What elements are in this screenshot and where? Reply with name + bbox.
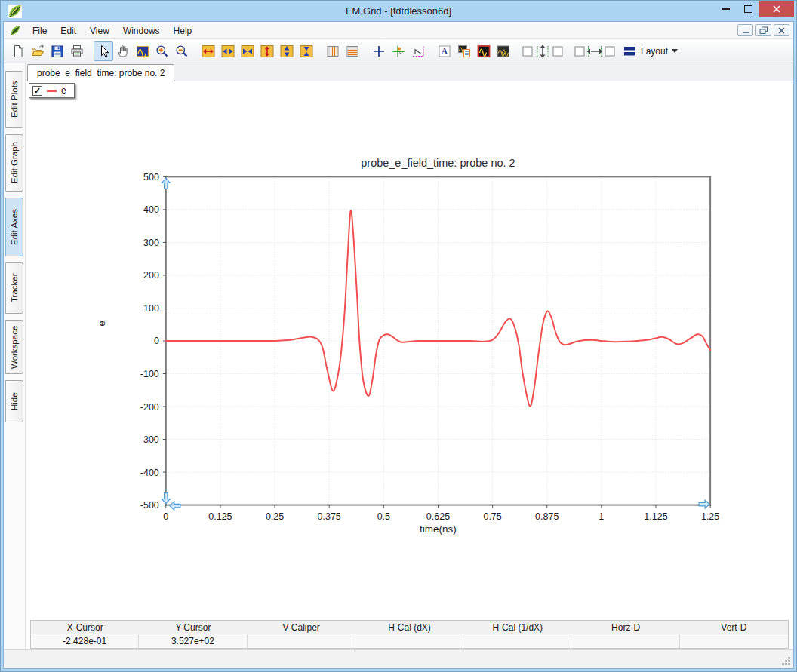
- zoom-in-icon: [155, 44, 170, 59]
- zoom-in-button[interactable]: [152, 41, 172, 61]
- x-axis-right-handle[interactable]: [699, 500, 709, 508]
- sidebar-tab-edit-plots[interactable]: Edit Plots: [5, 71, 23, 128]
- shrink-x-button[interactable]: [238, 41, 257, 61]
- menu-edit[interactable]: Edit: [54, 23, 83, 38]
- mdi-minimize-icon: [741, 26, 750, 34]
- close-button[interactable]: [759, 1, 794, 17]
- maximize-button[interactable]: [737, 1, 759, 17]
- app-frame: FileEditViewWindowsHelp ALayout Edit Plo: [3, 21, 794, 669]
- mdi-window-controls: [737, 24, 793, 36]
- sidebar-tab-hide[interactable]: Hide: [5, 380, 23, 422]
- x-tick-label: 0.75: [483, 511, 501, 522]
- tile-vertical-button[interactable]: [520, 41, 565, 61]
- tracker-cursor-button[interactable]: [389, 41, 408, 61]
- crosshair-cursor-button[interactable]: [369, 41, 389, 61]
- full-scale-x-button[interactable]: [198, 41, 218, 61]
- edit-plot-window-icon: [476, 44, 491, 59]
- sidebar-tabs: Edit PlotsEdit GraphEdit AxesTrackerWork…: [4, 63, 26, 649]
- status-value-x-cursor: -2.428e-01: [31, 634, 139, 648]
- pointer-select-button[interactable]: [94, 41, 113, 61]
- legend-checkbox[interactable]: ✓: [32, 86, 42, 96]
- status-value-y-cursor: 3.527e+02: [139, 634, 247, 648]
- y-tick-label: -300: [140, 434, 159, 445]
- menu-bar: FileEditViewWindowsHelp: [4, 22, 793, 39]
- shrink-x-icon: [240, 44, 255, 59]
- mdi-minimize-button[interactable]: [737, 24, 753, 36]
- tile-horizontal-button[interactable]: [572, 41, 617, 61]
- x-tick-label: 0: [163, 511, 168, 522]
- sidebar-tab-tracker[interactable]: Tracker: [5, 262, 23, 314]
- slope-caliper-button[interactable]: [408, 41, 428, 61]
- chart[interactable]: 00.1250.250.3750.50.6250.750.87511.1251.…: [26, 81, 793, 620]
- expand-x-button[interactable]: [218, 41, 238, 61]
- status-col-vert-d: Vert-D: [680, 621, 788, 634]
- pan-hand-button[interactable]: [113, 41, 133, 61]
- status-col-x-cursor: X-Cursor: [31, 621, 139, 634]
- menu-view[interactable]: View: [83, 23, 116, 38]
- zoom-out-button[interactable]: [172, 41, 192, 61]
- horizontal-cursors-button[interactable]: [343, 41, 362, 61]
- open-file-button[interactable]: [28, 41, 48, 61]
- y-tick-label: 0: [154, 336, 159, 346]
- mdi-restore-icon: [759, 26, 768, 35]
- full-scale-x-icon: [201, 44, 216, 59]
- x-axis-left-handle[interactable]: [170, 502, 180, 510]
- add-text-button[interactable]: A: [435, 41, 454, 61]
- y-tick-label: 200: [143, 270, 159, 281]
- toolbar-separator: [192, 41, 198, 61]
- toolbar: ALayout: [4, 39, 793, 63]
- mdi-close-button[interactable]: [774, 24, 789, 36]
- status-value-vert-d: [680, 634, 788, 648]
- print-button[interactable]: [67, 41, 87, 61]
- y-axis-top-handle[interactable]: [162, 178, 170, 189]
- save-file-button[interactable]: [48, 41, 67, 61]
- chevron-down-icon: [672, 49, 678, 53]
- layout-menu-button[interactable]: Layout: [617, 41, 684, 61]
- menu-windows[interactable]: Windows: [116, 23, 167, 38]
- expand-y-button[interactable]: [277, 41, 297, 61]
- sidebar-tab-workspace[interactable]: Workspace: [5, 320, 23, 374]
- new-file-button[interactable]: [8, 41, 28, 61]
- layout-icon: [623, 44, 637, 58]
- zoom-out-icon: [174, 44, 189, 59]
- x-tick-label: 1.125: [644, 511, 667, 522]
- toolbar-separator: [87, 41, 94, 61]
- slope-caliper-icon: [411, 44, 426, 59]
- horizontal-cursors-icon: [345, 44, 360, 59]
- status-bar-strip: [4, 649, 793, 668]
- sidebar-tab-edit-graph[interactable]: Edit Graph: [5, 134, 23, 192]
- x-tick-label: 0.875: [535, 511, 559, 522]
- x-tick-label: 0.25: [266, 511, 284, 522]
- minimize-button[interactable]: [714, 1, 737, 17]
- toolbar-separator: [316, 41, 323, 61]
- legend-color-dash: [47, 90, 57, 92]
- status-value-v-caliper: [248, 634, 355, 648]
- pan-hand-icon: [115, 44, 131, 59]
- shrink-y-button[interactable]: [297, 41, 316, 61]
- vertical-cursors-button[interactable]: [323, 41, 343, 61]
- resize-grip[interactable]: [781, 656, 791, 666]
- tile-vertical-icon: [522, 44, 564, 59]
- x-tick-label: 0.625: [426, 511, 450, 522]
- edit-plot-window-button[interactable]: [474, 41, 494, 61]
- menu-file[interactable]: File: [26, 23, 54, 38]
- toolbar-separator: [428, 41, 435, 61]
- x-tick-label: 1.25: [701, 511, 719, 522]
- zoom-region-button[interactable]: [133, 41, 152, 61]
- y-axis-bottom-handle[interactable]: [162, 493, 170, 504]
- sidebar-tab-edit-axes[interactable]: Edit Axes: [5, 198, 23, 256]
- tab-probe-e-field-time[interactable]: probe_e_field_time: probe no. 2: [27, 64, 174, 81]
- maximize-icon: [744, 5, 752, 13]
- status-col-v-caliper: V-Caliper: [248, 621, 355, 634]
- plot-properties-button[interactable]: [454, 41, 474, 61]
- minimize-icon: [722, 8, 730, 10]
- mdi-restore-button[interactable]: [755, 24, 771, 36]
- full-scale-y-button[interactable]: [257, 41, 277, 61]
- menu-help[interactable]: Help: [167, 23, 199, 38]
- edit-graph-window-button[interactable]: [494, 41, 513, 61]
- full-scale-y-icon: [260, 44, 275, 59]
- zoom-region-icon: [135, 44, 150, 59]
- status-col-h-cal-dx-: H-Cal (dX): [355, 621, 463, 634]
- edit-graph-window-icon: [496, 44, 511, 59]
- x-tick-label: 0.375: [318, 511, 341, 522]
